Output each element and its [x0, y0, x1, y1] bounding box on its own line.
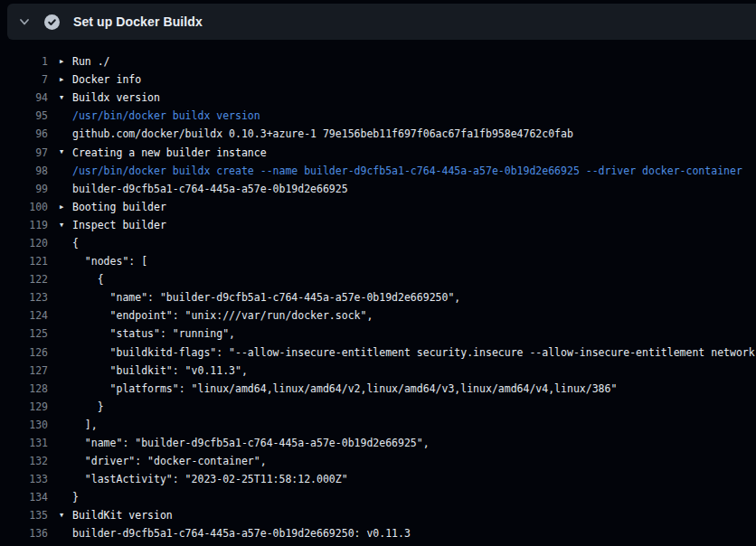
line-number[interactable]: 122 [0, 273, 48, 286]
log-line-text: "nodes": [ [72, 255, 147, 268]
line-number[interactable]: 120 [0, 237, 48, 249]
line-number[interactable]: 133 [0, 473, 48, 485]
log-group-line[interactable]: 100 ▶ Booting builder [0, 198, 756, 216]
disclosure-triangle-icon: ▶ [48, 71, 72, 89]
log-group-line[interactable]: 119 ▼ Inspect builder [0, 216, 756, 234]
line-number[interactable]: 7 [0, 73, 48, 86]
log-line: 99 builder-d9cfb5a1-c764-445a-a57e-0b19d… [0, 180, 756, 198]
disclosure-triangle-icon: ▼ [48, 216, 72, 234]
log-line: 136 builder-d9cfb5a1-c764-445a-a57e-0b19… [0, 524, 756, 542]
log-line: 127 "buildkit": "v0.11.3", [0, 362, 756, 380]
log-line-text: "lastActivity": "2023-02-25T11:58:12.000… [72, 473, 348, 485]
log-line-text: Booting builder [72, 201, 166, 213]
log-line-text: { [72, 273, 104, 286]
disclosure-triangle-icon: ▼ [48, 506, 72, 524]
log-line: 122 { [0, 270, 756, 288]
line-number[interactable]: 132 [0, 455, 48, 467]
log-line-text: builder-d9cfb5a1-c764-445a-a57e-0b19d2e6… [72, 183, 348, 195]
log-line-text: github.com/docker/buildx 0.10.3+azure-1 … [72, 127, 573, 140]
line-number[interactable]: 94 [0, 91, 48, 104]
line-number[interactable]: 97 [0, 146, 48, 159]
log-line-text: "name": "builder-d9cfb5a1-c764-445a-a57e… [72, 437, 430, 449]
chevron-down-icon[interactable] [18, 15, 31, 28]
log-line-text: "platforms": "linux/amd64,linux/amd64/v2… [72, 382, 617, 395]
disclosure-triangle-icon: ▼ [48, 89, 72, 107]
log-line: 126 "buildkitd-flags": "--allow-insecure… [0, 344, 756, 362]
line-number[interactable]: 134 [0, 491, 48, 504]
disclosure-triangle-icon: ▼ [48, 143, 72, 161]
log-line: 120 { [0, 234, 756, 252]
line-number[interactable]: 124 [0, 309, 48, 322]
log-line: 95 /usr/bin/docker buildx version [0, 107, 756, 125]
log-line: 128 "platforms": "linux/amd64,linux/amd6… [0, 380, 756, 398]
line-number[interactable]: 95 [0, 109, 48, 122]
log-line: 129 } [0, 398, 756, 416]
log-line-text: "endpoint": "unix:///var/run/docker.sock… [72, 309, 373, 322]
line-number[interactable]: 98 [0, 165, 48, 177]
log-group-line[interactable]: 94 ▼ Buildx version [0, 89, 756, 107]
log-line-text: /usr/bin/docker buildx create --name bui… [72, 165, 742, 177]
log-group-line[interactable]: 135 ▼ BuildKit version [0, 506, 756, 524]
log-line-text: Docker info [72, 73, 141, 86]
log-line-text: ], [72, 419, 98, 431]
log-line: 132 "driver": "docker-container", [0, 452, 756, 470]
disclosure-triangle-icon: ▶ [48, 198, 72, 216]
success-check-icon [44, 14, 60, 30]
log-line-text: } [72, 491, 79, 504]
log-line: 125 "status": "running", [0, 325, 756, 343]
line-number[interactable]: 135 [0, 509, 48, 522]
log-line-text: { [72, 237, 79, 249]
line-number[interactable]: 125 [0, 327, 48, 340]
line-number[interactable]: 131 [0, 437, 48, 449]
log-line-text: "buildkitd-flags": "--allow-insecure-ent… [72, 346, 755, 359]
step-header[interactable]: Set up Docker Buildx [7, 4, 756, 40]
line-number[interactable]: 121 [0, 255, 48, 268]
line-number[interactable]: 127 [0, 364, 48, 377]
line-number[interactable]: 119 [0, 219, 48, 231]
log-line-text: Run ./ [72, 55, 110, 68]
line-number[interactable]: 128 [0, 382, 48, 395]
log-line: 134 } [0, 488, 756, 506]
log-line-text: "buildkit": "v0.11.3", [72, 364, 248, 377]
log-line: 121 "nodes": [ [0, 252, 756, 270]
log-line-text: } [72, 400, 104, 413]
log-line-text: Inspect builder [72, 219, 166, 231]
log-group-line[interactable]: 1 ▶ Run ./ [0, 52, 756, 71]
log-line-text: "name": "builder-d9cfb5a1-c764-445a-a57e… [72, 291, 460, 304]
log-line: 124 "endpoint": "unix:///var/run/docker.… [0, 306, 756, 325]
line-number[interactable]: 123 [0, 291, 48, 304]
log-line-text: "status": "running", [72, 327, 235, 340]
line-number[interactable]: 130 [0, 419, 48, 431]
log-line: 130 ], [0, 416, 756, 434]
line-number[interactable]: 136 [0, 527, 48, 540]
log-line: 131 "name": "builder-d9cfb5a1-c764-445a-… [0, 434, 756, 452]
log-line-text: builder-d9cfb5a1-c764-445a-a57e-0b19d2e6… [72, 527, 411, 540]
log-line-text: "driver": "docker-container", [72, 455, 267, 467]
disclosure-triangle-icon: ▶ [48, 52, 72, 71]
log-group-line[interactable]: 97 ▼ Creating a new builder instance [0, 143, 756, 161]
log-line: 96 github.com/docker/buildx 0.10.3+azure… [0, 125, 756, 143]
log-line: 98 /usr/bin/docker buildx create --name … [0, 162, 756, 180]
line-number[interactable]: 1 [0, 55, 48, 68]
log-line-text: /usr/bin/docker buildx version [72, 109, 260, 122]
log-group-line[interactable]: 7 ▶ Docker info [0, 71, 756, 89]
log-line: 123 "name": "builder-d9cfb5a1-c764-445a-… [0, 288, 756, 306]
line-number[interactable]: 100 [0, 201, 48, 213]
line-number[interactable]: 96 [0, 127, 48, 140]
log-line-text: Buildx version [72, 91, 160, 104]
log-line: 133 "lastActivity": "2023-02-25T11:58:12… [0, 470, 756, 488]
log-line-text: Creating a new builder instance [72, 146, 267, 159]
line-number[interactable]: 126 [0, 346, 48, 359]
step-title: Set up Docker Buildx [73, 14, 203, 29]
log-line-text: BuildKit version [72, 509, 173, 522]
log-area: 1 ▶ Run ./ 7 ▶ Docker info 94 ▼ Buildx v… [0, 40, 756, 546]
line-number[interactable]: 99 [0, 183, 48, 195]
line-number[interactable]: 129 [0, 400, 48, 413]
